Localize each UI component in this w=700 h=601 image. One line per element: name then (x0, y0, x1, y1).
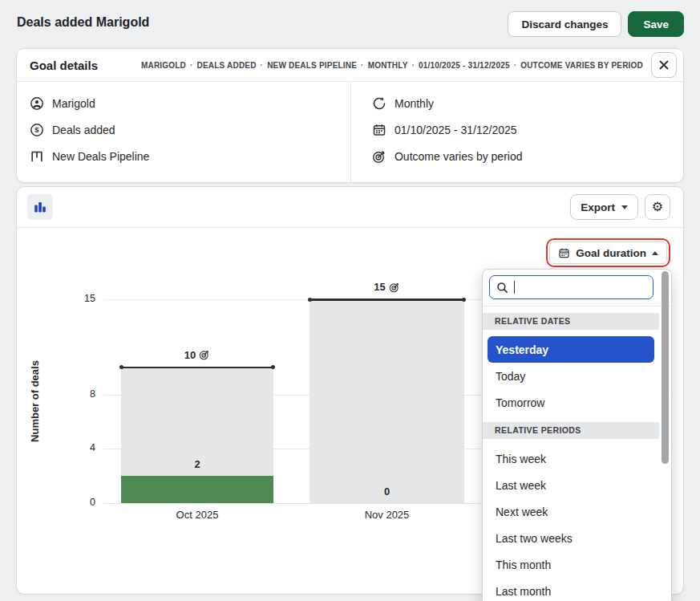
top-bar-actions: Discard changes Save (508, 11, 684, 37)
page-title: Deals added Marigold (17, 15, 149, 30)
export-button[interactable]: Export (570, 194, 638, 220)
goal-details-right-column: Monthly01/10/2025 - 31/12/2025Outcome va… (350, 82, 683, 183)
bar-chart-icon (32, 199, 48, 215)
detail-row-marigold: Marigold (30, 90, 350, 116)
x-axis-tick-nov-2025: Nov 2025 (310, 509, 464, 521)
breadcrumb-item-monthly: MONTHLY (368, 61, 408, 70)
user-icon (30, 96, 44, 111)
breadcrumb-item-marigold: MARIGOLD (141, 61, 186, 70)
target-icon (389, 282, 400, 293)
dropdown-item-last-two-weeks[interactable]: Last two weeks (488, 525, 654, 551)
detail-label: Marigold (52, 97, 95, 110)
breadcrumb-separator: · (261, 61, 264, 70)
text-cursor (514, 281, 515, 294)
detail-label: New Deals Pipeline (52, 150, 149, 163)
target-icon (372, 149, 386, 164)
detail-label: Monthly (395, 97, 434, 110)
detail-label: Outcome varies by period (395, 150, 523, 163)
goal-details-body: Marigold$Deals addedNew Deals Pipeline M… (17, 82, 683, 183)
dropdown-divider (483, 306, 671, 307)
chart-type-button[interactable] (27, 194, 53, 220)
detail-row-new-deals-pipeline: New Deals Pipeline (30, 143, 350, 169)
repeat-icon (372, 96, 386, 111)
dollar-icon: $ (30, 123, 44, 137)
target-line-oct-2025 (121, 367, 273, 369)
breadcrumb-item-01-10-2025-31-12-2025: 01/10/2025 - 31/12/2025 (419, 61, 510, 70)
dropdown-scrollbar[interactable] (662, 271, 669, 464)
value-label-nov-2025: 0 (310, 485, 464, 497)
calendar-icon (372, 123, 386, 137)
dropdown-item-this-month[interactable]: This month (488, 551, 654, 578)
dropdown-item-next-week[interactable]: Next week (488, 498, 654, 525)
dropdown-section-relative-dates: RELATIVE DATES (483, 313, 659, 330)
target-dot (308, 298, 312, 302)
dropdown-item-last-week[interactable]: Last week (488, 472, 654, 498)
dropdown-section-relative-periods: RELATIVE PERIODS (483, 422, 659, 439)
detail-row-01-10-2025-31-12-2025: 01/10/2025 - 31/12/2025 (372, 116, 683, 143)
value-label-oct-2025: 2 (121, 458, 273, 470)
goal-details-card: Goal details MARIGOLD·DEALS ADDED·NEW DE… (16, 48, 684, 183)
goal-duration-dropdown: RELATIVE DATESYesterdayTodayTomorrowRELA… (482, 269, 672, 601)
page: Deals added Marigold Discard changes Sav… (0, 0, 700, 601)
y-axis-tick-15: 15 (47, 293, 95, 304)
breadcrumb-item-outcome-varies-by-period: OUTCOME VARIES BY PERIOD (520, 61, 643, 70)
chevron-down-icon (621, 205, 628, 209)
export-button-label: Export (581, 201, 615, 213)
detail-row-deals-added: $Deals added (30, 116, 350, 143)
dropdown-item-last-month[interactable]: Last month (488, 578, 654, 601)
breadcrumb-separator: · (361, 61, 364, 70)
detail-label: Deals added (52, 124, 115, 136)
y-axis-tick-8: 8 (47, 388, 95, 400)
pipeline-icon (30, 149, 44, 164)
breadcrumb-item-deals-added: DEALS ADDED (197, 61, 257, 70)
dropdown-search-input[interactable] (489, 275, 653, 299)
target-value-nov-2025: 15 (310, 281, 464, 293)
gear-icon: ⚙ (652, 201, 663, 213)
detail-label: 01/10/2025 - 31/12/2025 (395, 124, 517, 136)
breadcrumb-separator: · (514, 61, 517, 70)
target-dot (271, 365, 275, 369)
target-value-oct-2025: 10 (121, 349, 273, 361)
discard-changes-button[interactable]: Discard changes (508, 11, 621, 37)
dropdown-item-tomorrow[interactable]: Tomorrow (488, 389, 654, 416)
svg-text:$: $ (34, 125, 39, 134)
dropdown-item-yesterday[interactable]: Yesterday (488, 336, 654, 363)
target-icon (199, 349, 210, 360)
search-icon (496, 282, 508, 294)
close-button[interactable] (651, 52, 677, 78)
save-button[interactable]: Save (628, 11, 684, 37)
actual-bar-oct-2025 (121, 476, 273, 503)
detail-row-outcome-varies-by-period: Outcome varies by period (372, 143, 683, 169)
chart-toolbar: Export ⚙ (17, 187, 683, 228)
goal-bar-nov-2025 (310, 299, 464, 503)
detail-row-monthly: Monthly (372, 90, 683, 116)
goal-details-header: Goal details MARIGOLD·DEALS ADDED·NEW DE… (17, 49, 683, 82)
breadcrumb: MARIGOLD·DEALS ADDED·NEW DEALS PIPELINE·… (141, 61, 643, 70)
breadcrumb-item-new-deals-pipeline: NEW DEALS PIPELINE (267, 61, 357, 70)
top-bar: Deals added Marigold Discard changes Sav… (0, 0, 700, 48)
goal-details-left-column: Marigold$Deals addedNew Deals Pipeline (17, 82, 350, 183)
chart-toolbar-right: Export ⚙ (570, 194, 670, 220)
goal-details-title: Goal details (30, 59, 98, 72)
dropdown-item-today[interactable]: Today (488, 363, 654, 389)
y-axis-tick-4: 4 (47, 442, 95, 453)
settings-button[interactable]: ⚙ (645, 194, 670, 220)
breadcrumb-separator: · (412, 61, 415, 70)
y-axis-tick-0: 0 (47, 497, 95, 508)
close-icon (658, 59, 670, 71)
y-axis-title: Number of deals (29, 337, 42, 465)
breadcrumb-separator: · (190, 61, 193, 70)
dropdown-item-this-week[interactable]: This week (488, 445, 654, 472)
x-axis-tick-oct-2025: Oct 2025 (121, 509, 273, 521)
target-dot (462, 298, 466, 302)
dropdown-search-area (483, 270, 671, 306)
target-line-nov-2025 (310, 298, 464, 301)
dropdown-list: RELATIVE DATESYesterdayTodayTomorrowRELA… (483, 313, 671, 601)
